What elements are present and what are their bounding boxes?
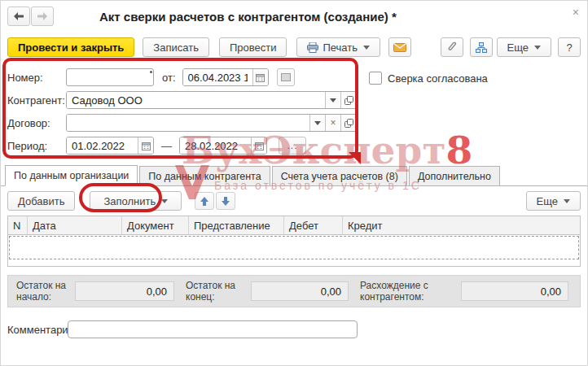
table-command-bar: Добавить Заполнить Еще <box>1 186 587 214</box>
contract-input[interactable] <box>67 115 309 131</box>
number-label: Номер: <box>7 72 66 84</box>
hierarchy-icon <box>476 42 487 53</box>
calendar-icon <box>255 142 264 150</box>
chevron-down-icon <box>330 98 336 102</box>
lines-table: N Дата Документ Представление Дебет Кред… <box>7 216 581 267</box>
column-header-date[interactable]: Дата <box>28 216 122 234</box>
period-to-calendar-button[interactable] <box>251 137 266 154</box>
printer-icon <box>307 42 318 53</box>
arrow-left-icon <box>14 12 24 20</box>
contract-open-button[interactable] <box>340 115 356 131</box>
column-header-n[interactable]: N <box>8 216 28 234</box>
counterparty-row: Контрагент: <box>7 89 587 111</box>
add-row-button[interactable]: Добавить <box>7 191 75 211</box>
chevron-down-icon <box>363 46 370 50</box>
paperclip-icon <box>447 41 458 53</box>
discrepancy-value: 0,00 <box>461 281 568 301</box>
chevron-down-icon <box>534 46 541 50</box>
tab-strip: По данным организации По данным контраге… <box>1 165 587 186</box>
close-icon[interactable]: × <box>573 6 579 19</box>
back-button[interactable] <box>7 7 30 26</box>
closing-balance-value: 0,00 <box>251 281 349 301</box>
chevron-down-icon <box>161 199 168 203</box>
save-button[interactable]: Записать <box>143 37 209 57</box>
date-input[interactable] <box>183 69 252 85</box>
send-email-button[interactable] <box>388 37 411 57</box>
move-down-button[interactable] <box>216 192 235 210</box>
contract-row: Договор: × <box>7 111 587 134</box>
comment-label: Комментарий: <box>7 324 68 336</box>
period-dash: — <box>161 140 172 152</box>
date-field <box>182 68 269 86</box>
column-header-credit[interactable]: Кредит <box>343 216 580 234</box>
period-from-calendar-button[interactable] <box>138 137 153 154</box>
period-from-input[interactable] <box>67 137 138 154</box>
comment-input[interactable] <box>68 320 358 338</box>
period-to-field <box>179 137 267 155</box>
main-toolbar: Провести и закрыть Записать Провести Печ… <box>1 37 587 58</box>
counterparty-input[interactable] <box>67 92 325 108</box>
opening-balance-value: 0,00 <box>75 281 174 301</box>
counterparty-field <box>66 91 357 109</box>
post-button[interactable]: Провести <box>219 37 287 57</box>
forward-button[interactable] <box>31 7 54 26</box>
period-to-input[interactable] <box>180 137 251 154</box>
print-button[interactable]: Печать <box>296 37 380 57</box>
chevron-down-icon <box>314 121 321 125</box>
period-select-button[interactable]: ... <box>279 137 306 155</box>
document-structure-button[interactable] <box>470 37 493 57</box>
approved-label: Сверка согласована <box>388 72 488 85</box>
contract-field: × <box>66 114 357 132</box>
tab-by-organization[interactable]: По данным организации <box>5 165 138 186</box>
small-square-icon <box>281 73 291 81</box>
table-more-button[interactable]: Еще <box>526 191 581 211</box>
number-input[interactable] <box>66 68 154 86</box>
period-label: Период: <box>7 140 66 152</box>
contract-dropdown-button[interactable] <box>309 115 325 131</box>
counterparty-open-button[interactable] <box>340 92 356 108</box>
help-button[interactable]: ? <box>558 37 581 57</box>
marker-dot <box>150 71 152 73</box>
post-and-close-button[interactable]: Провести и закрыть <box>7 37 134 57</box>
header-fields: Номер: от: Сверка согласована <box>1 66 587 157</box>
fill-button[interactable]: Заполнить <box>90 191 182 211</box>
column-header-debit[interactable]: Дебет <box>284 216 343 234</box>
tab-by-counterparty[interactable]: По данным контрагента <box>139 166 270 185</box>
period-from-field <box>66 137 154 155</box>
number-row: Номер: от: Сверка согласована <box>7 66 587 89</box>
attachments-button[interactable] <box>441 37 463 57</box>
tab-additional[interactable]: Дополнительно <box>409 166 500 185</box>
titlebar: Акт сверки расчетов с контрагентом (созд… <box>1 1 587 27</box>
column-header-representation[interactable]: Представление <box>189 216 284 234</box>
document-window: Акт сверки расчетов с контрагентом (созд… <box>0 0 588 366</box>
comment-row: Комментарий: <box>7 320 581 338</box>
chevron-down-icon <box>564 199 570 203</box>
arrow-up-icon <box>200 196 209 207</box>
approved-field: Сверка согласована <box>369 72 488 85</box>
table-body[interactable] <box>8 235 580 266</box>
empty-selection-row <box>9 236 579 259</box>
counterparty-dropdown-button[interactable] <box>325 92 340 108</box>
period-row: Период: — <box>7 134 587 157</box>
open-link-icon <box>344 119 353 128</box>
closing-balance-label: Остаток на конец: <box>186 280 244 303</box>
approved-checkbox[interactable] <box>369 72 382 85</box>
print-label: Печать <box>323 41 358 54</box>
calendar-icon <box>142 142 151 150</box>
open-link-icon <box>344 96 353 105</box>
calendar-icon <box>256 73 265 82</box>
toolbar-more-button[interactable]: Еще <box>497 37 551 57</box>
column-header-document[interactable]: Документ <box>122 216 189 234</box>
opening-balance-label: Остаток на начало: <box>16 280 68 303</box>
arrow-down-icon <box>221 196 230 207</box>
totals-bar: Остаток на начало: 0,00 Остаток на конец… <box>7 275 581 307</box>
calendar-button[interactable] <box>252 69 268 85</box>
table-header-row: N Дата Документ Представление Дебет Кред… <box>8 216 580 235</box>
contract-clear-button[interactable]: × <box>325 115 340 131</box>
move-up-button[interactable] <box>195 192 214 210</box>
more-label: Еще <box>507 41 529 54</box>
counterparty-label: Контрагент: <box>7 94 66 107</box>
discrepancy-label: Расхождение с контрагентом: <box>360 280 454 303</box>
tab-accounts[interactable]: Счета учета расчетов (8) <box>272 166 407 185</box>
history-button[interactable] <box>277 68 295 86</box>
